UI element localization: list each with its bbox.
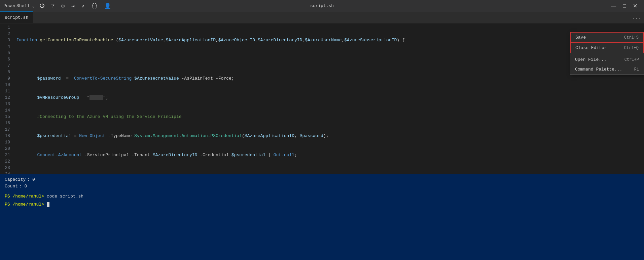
menu-divider [570,54,644,54]
terminal-content: PS /home/rahul> code script.sh PS /home/… [5,193,639,208]
settings-icon[interactable]: ⚙ [59,2,67,10]
app-name: PowerShell [3,3,30,8]
terminal-panel: Capacity : 0 Count : 0 PS /home/rahul> c… [0,174,644,260]
titlebar: PowerShell ⌄ ⏻ ? ⚙ ⇥ ↗ {} 👤 script.sh — … [0,0,644,12]
menu-open-file[interactable]: Open File... Ctrl+P [570,55,644,64]
minimize-button[interactable]: — [607,2,619,10]
maximize-button[interactable]: □ [619,2,630,10]
menu-close-editor[interactable]: Close Editor Ctrl+Q [570,43,644,53]
terminal-prompt-2: PS /home/rahul> [5,202,44,207]
terminal-prompt-1: PS /home/rahul> [5,194,44,199]
terminal-line-2: PS /home/rahul> [5,201,639,208]
window-controls: — □ ✕ [607,2,641,10]
count-value: : 0 [19,183,27,190]
line-numbers: 12345 678910 1112131415 1617181920 21222… [0,24,13,174]
terminal-cursor [44,202,49,207]
menu-command-palette[interactable]: Command Palette... F1 [570,64,644,74]
tab-script-sh[interactable]: script.sh [0,11,33,23]
menu-close-shortcut: Ctrl+Q [624,46,639,50]
more-tabs-icon[interactable]: ... [632,14,641,20]
terminal-line-1: PS /home/rahul> code script.sh [5,193,639,200]
status-lines: Capacity : 0 Count : 0 [5,175,639,190]
titlebar-left: PowerShell ⌄ ⏻ ? ⚙ ⇥ ↗ {} 👤 [3,2,113,10]
menu-save-label: Save [575,35,586,40]
close-button[interactable]: ✕ [630,2,641,10]
file-title: script.sh [310,3,334,8]
menu-close-label: Close Editor [575,45,607,50]
menu-open-label: Open File... [575,57,607,62]
editor-area: 12345 678910 1112131415 1617181920 21222… [0,24,644,174]
power-icon[interactable]: ⏻ [37,2,47,10]
title-chevron: ⌄ [32,4,35,8]
code-editor[interactable]: function getConnectionToRemoteMachine ($… [13,24,639,174]
count-line: Count : 0 [5,183,639,190]
person-icon[interactable]: 👤 [102,2,113,10]
count-label: Count [5,183,18,190]
context-menu: Save Ctrl+S Close Editor Ctrl+Q Open Fil… [570,32,644,75]
tab-label: script.sh [5,15,28,20]
capacity-value: : 0 [27,176,35,183]
bracket-icon[interactable]: {} [89,2,100,10]
menu-palette-shortcut: F1 [634,67,639,72]
menu-save[interactable]: Save Ctrl+S [570,32,644,43]
menu-palette-label: Command Palette... [575,67,622,72]
share-icon[interactable]: ↗ [79,2,87,10]
capacity-line: Capacity : 0 [5,176,639,183]
export-icon[interactable]: ⇥ [69,2,77,10]
tabbar: script.sh ... [0,12,644,24]
menu-open-shortcut: Ctrl+P [624,57,639,62]
question-icon[interactable]: ? [49,2,57,10]
capacity-label: Capacity [5,176,26,183]
terminal-cmd-1: code script.sh [44,194,83,199]
menu-save-shortcut: Ctrl+S [624,35,639,40]
